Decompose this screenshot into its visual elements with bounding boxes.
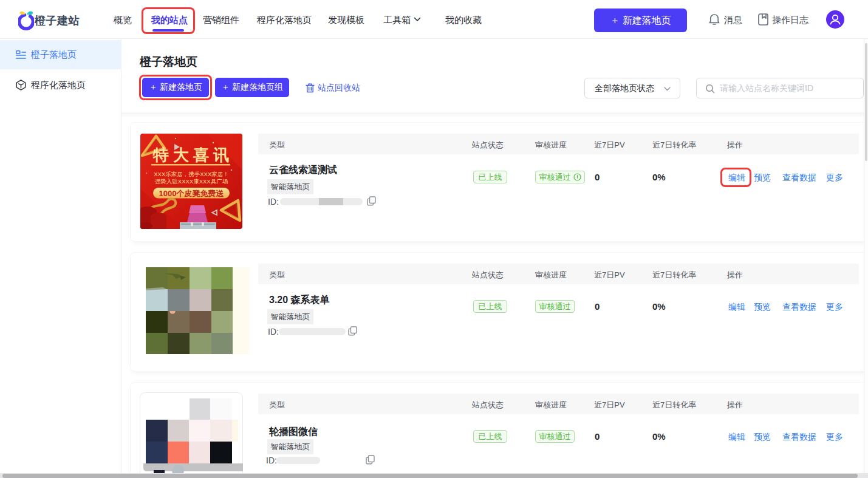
svg-text:XXX乐家居，携手XXX家居！: XXX乐家居，携手XXX家居！ xyxy=(154,171,229,177)
svg-text:强势入驻XXXX康XXX具广场: 强势入驻XXXX康XXX具广场 xyxy=(155,178,228,185)
svg-text:1000个皮凳免费送: 1000个皮凳免费送 xyxy=(159,189,224,198)
svg-text:特大喜讯: 特大喜讯 xyxy=(152,146,233,164)
